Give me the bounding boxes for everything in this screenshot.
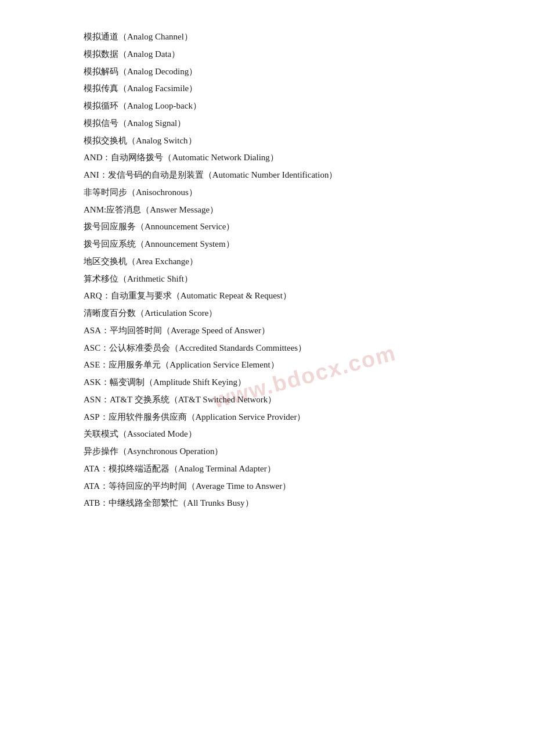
list-item: 模拟通道（Analog Channel） (84, 29, 450, 45)
list-item: 模拟传真（Analog Facsimile） (84, 81, 450, 97)
list-item: 非等时同步（Anisochronous） (84, 185, 450, 201)
list-item: ANM:应答消息（Answer Message） (84, 202, 450, 218)
list-item: ASC：公认标准委员会（Accredited Standards Committ… (84, 340, 450, 357)
list-item: ATA：模拟终端适配器（Analog Terminal Adapter） (84, 461, 450, 477)
list-item: 模拟解码（Analog Decoding） (84, 64, 450, 80)
list-item: 拨号回应系统（Announcement System） (84, 236, 450, 253)
entries-container: 模拟通道（Analog Channel）模拟数据（Analog Data）模拟解… (84, 29, 450, 512)
list-item: ASA：平均回答时间（Average Speed of Answer） (84, 323, 450, 339)
list-item: ASN：AT&T 交换系统（AT&T Switched Network） (84, 392, 450, 408)
list-item: ARQ：自动重复与要求（Automatic Repeat & Request） (84, 288, 450, 304)
list-item: 拨号回应服务（Announcement Service） (84, 219, 450, 235)
list-item: 算术移位（Arithmetic Shift） (84, 271, 450, 287)
list-item: ASE：应用服务单元（Application Service Element） (84, 357, 450, 373)
list-item: 地区交换机（Area Exchange） (84, 254, 450, 270)
list-item: ASP：应用软件服务供应商（Application Service Provid… (84, 409, 450, 426)
list-item: ASK：幅变调制（Amplitude Shift Keying） (84, 375, 450, 391)
list-item: 异步操作（Asynchronous Operation） (84, 444, 450, 460)
list-item: ATA：等待回应的平均时间（Average Time to Answer） (84, 478, 450, 495)
list-item: 关联模式（Associated Mode） (84, 426, 450, 442)
list-item: 模拟交换机（Analog Switch） (84, 133, 450, 149)
list-item: 模拟数据（Analog Data） (84, 46, 450, 63)
list-item: AND：自动网络拨号（Automatic Network Dialing） (84, 150, 450, 166)
list-item: 模拟信号（Analog Signal） (84, 116, 450, 132)
list-item: ATB：中继线路全部繁忙（All Trunks Busy） (84, 495, 450, 512)
list-item: ANI：发信号码的自动是别装置（Automatic Number Identif… (84, 167, 450, 183)
list-item: 模拟循环（Analog Loop-back） (84, 98, 450, 114)
list-item: 清晰度百分数（Articulation Score） (84, 305, 450, 322)
